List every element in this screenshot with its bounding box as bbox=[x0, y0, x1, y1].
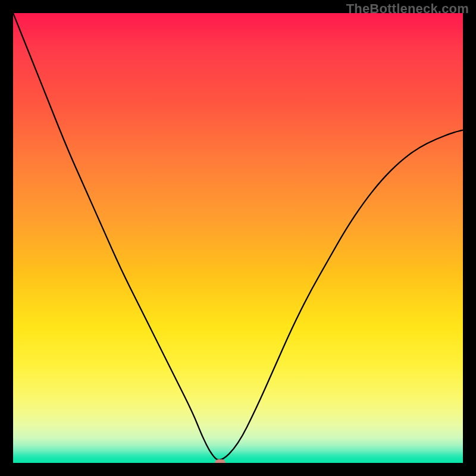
watermark-text: TheBottleneck.com bbox=[346, 1, 469, 17]
bottleneck-curve bbox=[13, 13, 463, 463]
optimal-point-marker bbox=[215, 459, 226, 463]
plot-area bbox=[13, 13, 463, 463]
curve-path bbox=[13, 13, 463, 460]
plot-border bbox=[13, 13, 463, 463]
chart-frame: TheBottleneck.com bbox=[0, 0, 476, 476]
